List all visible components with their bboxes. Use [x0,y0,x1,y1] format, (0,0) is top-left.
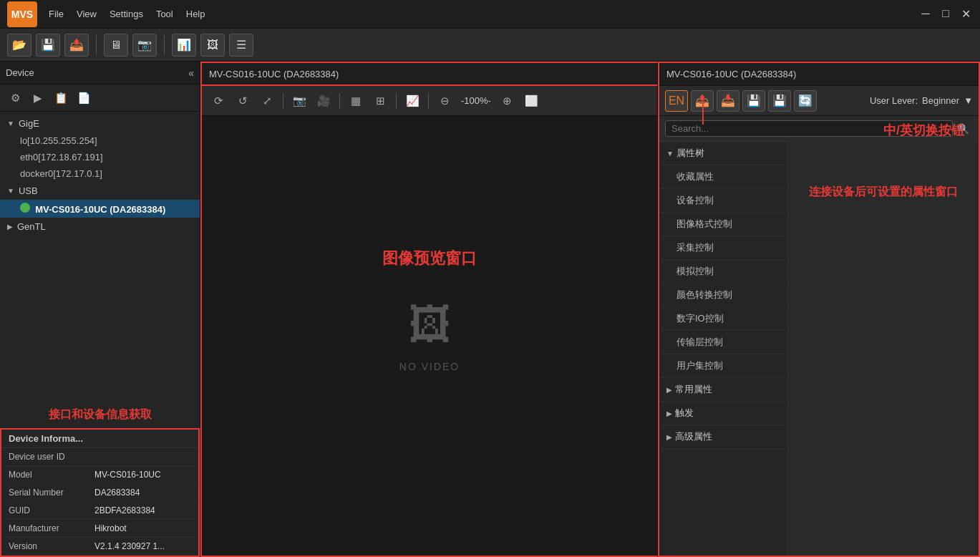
toolbar-open[interactable]: 📂 [7,34,31,57]
center-panel: MV-CS016-10UC (DA2683384) ⟳ ↺ ⤢ 📷 🎥 ▦ ⊞ … [200,62,658,557]
ct-sep3 [396,93,397,109]
menu-settings[interactable]: Settings [110,9,143,19]
shuxingshu-label: 属性树 [676,147,704,160]
info-value-guid: 2BDFA2683384 [94,505,191,515]
toolbar-cam1[interactable]: 🖥 [104,34,128,57]
toolbar-image[interactable]: 🖼 [200,34,225,57]
chufa-label: 触发 [675,407,694,420]
attr-item-yanse[interactable]: 颜色转换控制 [659,284,787,307]
toolbar-export[interactable]: 📤 [64,34,89,57]
center-content: 图像预览窗口 🖼 NO VIDEO [202,116,657,556]
rt-export1[interactable]: 📤 [691,90,714,112]
attribute-tree: ▼ 属性树 收藏属性 设备控制 图像格式控制 采集控制 模拟控制 颜色转换控制 … [659,142,788,556]
sidebar-tool-copy2[interactable]: 📄 [74,89,93,107]
ct-zoom-out[interactable]: ⊖ [434,91,455,111]
info-value-version: V2.1.4 230927 1... [94,541,191,551]
attr-item-shuzi[interactable]: 数字IO控制 [659,307,787,331]
gentl-label: GenTL [17,221,46,232]
ct-zoom-in[interactable]: ⊕ [497,91,518,111]
sidebar-tool-copy1[interactable]: 📋 [52,89,70,107]
ct-snap[interactable]: 📷 [288,91,310,111]
gaoji-label: 高级属性 [675,430,712,443]
sidebar-title: Device [6,67,34,78]
info-label-version: Version [9,541,94,551]
sidebar-tool-play[interactable]: ▶ [29,89,47,107]
menu-file[interactable]: File [49,9,64,19]
ct-sep2 [339,93,340,109]
ct-replay[interactable]: ↺ [232,91,253,111]
toolbar-chart[interactable]: 📊 [172,34,196,57]
attr-item-shebei[interactable]: 设备控制 [659,189,787,213]
attr-item-chuanshu[interactable]: 传输层控制 [659,331,787,354]
menu-view[interactable]: View [77,9,97,19]
ct-fit[interactable]: ⤢ [256,91,278,111]
right-header-title: MV-CS016-10UC (DA2683384) [666,69,796,79]
menu-bar: File View Settings Tool Help [49,9,918,19]
rt-export2[interactable]: 📥 [717,90,739,112]
info-row-model: Model MV-CS016-10UC [1,466,198,484]
center-header: MV-CS016-10UC (DA2683384) [202,63,657,86]
gige-item-eth0[interactable]: eth0[172.18.67.191] [0,149,200,165]
attr-group-chufa-header[interactable]: ▶ 触发 [659,402,787,425]
toolbar-sep-1 [96,35,97,55]
menu-help[interactable]: Help [186,9,205,19]
sidebar-collapse-button[interactable]: « [188,67,194,79]
info-row-version: Version V2.1.4 230927 1... [1,538,198,556]
menu-tool[interactable]: Tool [156,9,173,19]
attr-item-yonghu[interactable]: 用户集控制 [659,354,787,378]
gige-item-lo[interactable]: lo[10.255.255.254] [0,132,200,149]
sidebar-header: Device « [0,62,200,84]
close-button[interactable]: ✕ [959,7,973,21]
ct-record[interactable]: 🎥 [313,91,334,111]
gige-chevron: ▼ [7,120,14,127]
zoom-level: -100%- [458,95,494,106]
tree-group-usb: ▼ USB MV-CS016-10UC (DA2683384) [0,182,200,218]
sidebar-tool-settings[interactable]: ⚙ [6,89,24,107]
info-label-serial: Serial Number [9,488,94,498]
ct-play[interactable]: ⟳ [208,91,229,111]
rt-refresh[interactable]: 🔄 [794,90,817,112]
attr-item-shoucang[interactable]: 收藏属性 [659,165,787,189]
device-info-header[interactable]: Device Informa... [1,430,198,448]
user-lever-display: User Lever: Beginner ▼ [870,95,973,106]
search-icon-button[interactable]: 🔍 [953,120,973,138]
info-row-guid: GUID 2BDFA2683384 [1,502,198,520]
rt-en[interactable]: EN [665,90,688,112]
toolbar-save[interactable]: 💾 [36,34,60,57]
rt-save2[interactable]: 💾 [768,90,791,112]
usb-device-item[interactable]: MV-CS016-10UC (DA2683384) [0,200,200,218]
window-controls: ─ □ ✕ [918,7,973,21]
ct-grid2[interactable]: ⊞ [369,91,391,111]
gaoji-chevron: ▶ [666,433,672,441]
attr-item-caiji[interactable]: 采集控制 [659,236,787,260]
search-input[interactable] [665,120,953,137]
attr-group-shuxingshu-header[interactable]: ▼ 属性树 [659,142,787,165]
info-row-serial: Serial Number DA2683384 [1,484,198,502]
maximize-button[interactable]: □ [938,7,953,21]
ct-fit-window[interactable]: ⬜ [521,91,543,111]
rt-save1[interactable]: 💾 [742,90,765,112]
attr-group-gaoji-header[interactable]: ▶ 高级属性 [659,425,787,449]
ct-chart[interactable]: 📈 [402,91,423,111]
attr-annotation: 连接设备后可设置的属性窗口 [788,170,979,214]
toolbar-list[interactable]: ☰ [229,34,253,57]
tree-group-gige-header[interactable]: ▼ GigE [0,115,200,132]
shuxingshu-chevron: ▼ [666,150,674,158]
minimize-button[interactable]: ─ [918,7,933,21]
user-lever-value: Beginner [922,95,959,106]
ct-grid1[interactable]: ▦ [345,91,367,111]
main-layout: Device « ⚙ ▶ 📋 📄 ▼ GigE lo[10.255.255.25… [0,62,980,557]
usb-chevron: ▼ [7,187,14,195]
attr-item-tuxiang[interactable]: 图像格式控制 [659,213,787,236]
attr-item-moni[interactable]: 模拟控制 [659,260,787,284]
attr-group-changyong-header[interactable]: ▶ 常用属性 [659,378,787,402]
info-label-model: Model [9,470,94,480]
tree-group-usb-header[interactable]: ▼ USB [0,182,200,200]
info-row-manufacturer: Manufacturer Hikrobot [1,520,198,538]
changyong-label: 常用属性 [675,383,712,396]
gige-item-docker0[interactable]: docker0[172.17.0.1] [0,165,200,182]
attr-group-gaoji: ▶ 高级属性 [659,425,787,449]
ct-sep1 [283,93,283,109]
tree-group-gentl-header[interactable]: ▶ GenTL [0,218,200,236]
toolbar-cam2[interactable]: 📷 [132,34,157,57]
